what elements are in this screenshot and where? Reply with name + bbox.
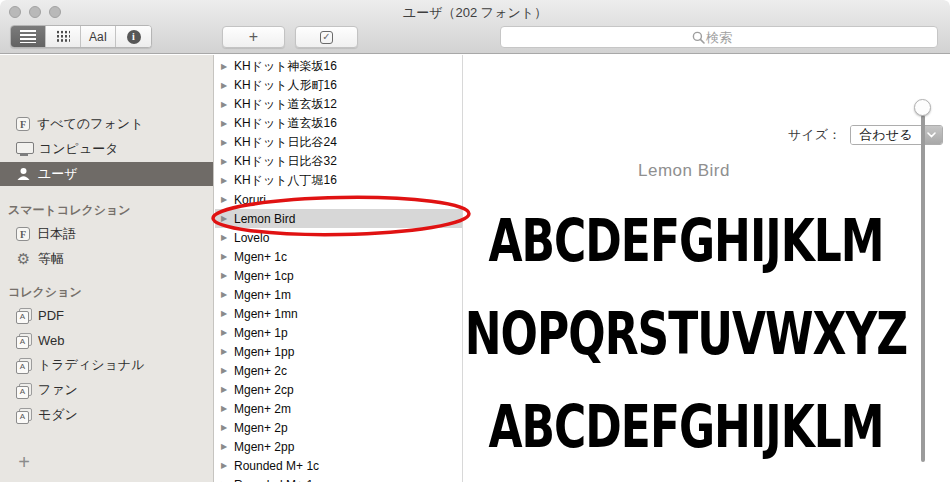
sidebar-collection-item[interactable]: PDF (0, 303, 213, 327)
font-list-row[interactable]: Koruri (215, 190, 462, 209)
disclosure-triangle-icon[interactable] (221, 423, 232, 432)
sidebar-collection-item[interactable]: モダン (0, 403, 213, 427)
disclosure-triangle-icon[interactable] (221, 214, 232, 223)
font-list-row[interactable]: Rounded M+ 1m (215, 475, 462, 482)
font-list-row[interactable]: KHドット日比谷24 (215, 133, 462, 152)
add-collection-button[interactable]: + (14, 451, 34, 474)
font-list-row[interactable]: KHドット道玄坂16 (215, 114, 462, 133)
font-list-row[interactable]: Mgen+ 1c (215, 247, 462, 266)
font-list-row[interactable]: KHドット日比谷32 (215, 152, 462, 171)
sample-view-button[interactable]: AaI (81, 26, 116, 47)
sidebar-item-label: トラディショナル (38, 356, 144, 374)
info-icon: i (127, 30, 141, 44)
font-list-row[interactable]: Mgen+ 2cp (215, 380, 462, 399)
disclosure-triangle-icon[interactable] (221, 100, 232, 109)
disclosure-triangle-icon[interactable] (221, 138, 232, 147)
disclosure-triangle-icon[interactable] (221, 309, 232, 318)
smart-collections-header: スマートコレクション (8, 202, 131, 219)
sidebar-collection-item[interactable]: ファン (0, 378, 213, 402)
font-name: Mgen+ 1c (234, 250, 287, 264)
search-input[interactable] (501, 27, 937, 47)
disclosure-triangle-icon[interactable] (221, 62, 232, 71)
sidebar-item-label: ファン (38, 381, 78, 399)
add-font-button[interactable]: + (222, 26, 285, 48)
sidebar-collection-item[interactable]: トラディショナル (0, 353, 213, 377)
sidebar-item-monospace[interactable]: 等幅 (0, 247, 213, 271)
font-name: KHドット人形町16 (234, 77, 337, 94)
search-field[interactable] (500, 26, 938, 48)
disclosure-triangle-icon[interactable] (221, 404, 232, 413)
disclosure-triangle-icon[interactable] (221, 347, 232, 356)
font-list-row[interactable]: Mgen+ 2pp (215, 437, 462, 456)
sidebar-item-label: モダン (38, 406, 78, 424)
add-font-button-label: + (249, 28, 258, 46)
font-sample-line: NOPQRSTUVWXYZ (464, 287, 908, 380)
font-list-row[interactable]: KHドット人形町16 (215, 76, 462, 95)
font-sample-text: ABCDEFGHIJKLM (488, 206, 883, 275)
font-list: KHドット神楽坂16 KHドット人形町16 KHドット道玄坂12 KHドット道玄… (215, 57, 462, 482)
list-view-icon (20, 30, 36, 43)
font-list-row[interactable]: Mgen+ 1cp (215, 266, 462, 285)
size-slider-thumb[interactable] (914, 99, 931, 116)
size-slider-track[interactable] (921, 115, 925, 462)
sidebar-item-label: コンピュータ (39, 140, 119, 158)
disclosure-triangle-icon[interactable] (221, 81, 232, 90)
validate-font-button[interactable] (295, 26, 358, 48)
window-title: ユーザ（202 フォント） (0, 4, 950, 22)
disclosure-triangle-icon[interactable] (221, 195, 232, 204)
font-name: Rounded M+ 1c (234, 459, 319, 473)
sidebar-item-computer[interactable]: コンピュータ (0, 137, 213, 161)
font-list-row[interactable]: Lovelo (215, 228, 462, 247)
font-sample-line: NOPQRSTUVWXYZ (464, 473, 908, 482)
sidebar-collection-item[interactable]: Web (0, 328, 213, 352)
font-list-row[interactable]: Rounded M+ 1c (215, 456, 462, 475)
font-book-window: ユーザ（202 フォント） AaI i + (0, 0, 950, 482)
font-name: Mgen+ 2cp (234, 383, 294, 397)
list-view-button[interactable] (11, 26, 46, 47)
font-list-row[interactable]: KHドット神楽坂16 (215, 57, 462, 76)
disclosure-triangle-icon[interactable] (221, 290, 232, 299)
font-list-row[interactable]: KHドット八丁堀16 (215, 171, 462, 190)
info-view-button[interactable]: i (116, 26, 151, 47)
size-value: 合わせる (851, 126, 921, 144)
size-dropdown[interactable]: 合わせる (850, 125, 943, 145)
font-list-row[interactable]: Mgen+ 1m (215, 285, 462, 304)
disclosure-triangle-icon[interactable] (221, 366, 232, 375)
collections-header: コレクション (8, 284, 82, 301)
collection-icon (16, 383, 31, 397)
font-list-row[interactable]: Mgen+ 1mn (215, 304, 462, 323)
font-list-row[interactable]: Mgen+ 2m (215, 399, 462, 418)
disclosure-triangle-icon[interactable] (221, 271, 232, 280)
font-book-icon (16, 117, 30, 131)
font-list-row[interactable]: Mgen+ 2p (215, 418, 462, 437)
sidebar-item-label: 日本語 (37, 225, 76, 243)
grid-view-button[interactable] (46, 26, 81, 47)
disclosure-triangle-icon[interactable] (221, 119, 232, 128)
disclosure-triangle-icon[interactable] (221, 328, 232, 337)
font-sample-line: ABCDEFGHIJKLM (464, 194, 908, 287)
disclosure-triangle-icon[interactable] (221, 442, 232, 451)
font-name: Mgen+ 2m (234, 402, 291, 416)
font-sample-line: ABCDEFGHIJKLM (464, 380, 908, 473)
sidebar-item-label: PDF (38, 308, 64, 323)
sidebar-item-user[interactable]: ユーザ (0, 162, 213, 186)
preview-pane: サイズ： 合わせる Lemon Bird ABCDEFGHIJKLM NOPQR… (464, 55, 950, 482)
grid-view-icon (56, 30, 70, 43)
font-list-row[interactable]: Lemon Bird (215, 209, 462, 228)
disclosure-triangle-icon[interactable] (221, 157, 232, 166)
disclosure-triangle-icon[interactable] (221, 233, 232, 242)
font-list-row[interactable]: Mgen+ 2c (215, 361, 462, 380)
font-list-row[interactable]: Mgen+ 1p (215, 323, 462, 342)
font-list-row[interactable]: Mgen+ 1pp (215, 342, 462, 361)
checkbox-icon (320, 31, 333, 44)
disclosure-triangle-icon[interactable] (221, 461, 232, 470)
sidebar-item-japanese[interactable]: 日本語 (0, 222, 213, 246)
disclosure-triangle-icon[interactable] (221, 176, 232, 185)
font-list-row[interactable]: KHドット道玄坂12 (215, 95, 462, 114)
disclosure-triangle-icon[interactable] (221, 385, 232, 394)
sidebar-item-all-fonts[interactable]: すべてのフォント (0, 112, 213, 136)
view-mode-segmented-control: AaI i (10, 25, 152, 48)
collection-icon (16, 408, 31, 422)
font-name: KHドット道玄坂16 (234, 115, 337, 132)
disclosure-triangle-icon[interactable] (221, 252, 232, 261)
